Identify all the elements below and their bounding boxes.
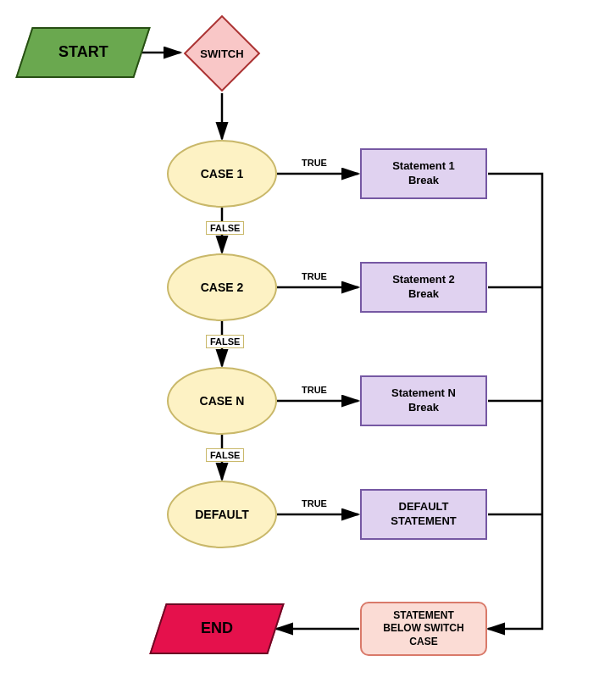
below-switch-label: STATEMENT BELOW SWITCH CASE [383,609,463,649]
statement-n-box: Statement N Break [360,375,487,426]
default-label: DEFAULT [195,507,249,522]
case-n-node: CASE N [167,367,277,435]
case-2-false-label: FALSE [206,335,244,348]
statement-n-label: Statement N Break [391,386,456,415]
case-1-label: CASE 1 [201,166,244,181]
switch-label: SWITCH [184,15,260,92]
statement-1-box: Statement 1 Break [360,148,487,199]
statement-2-box: Statement 2 Break [360,262,487,313]
case-2-true-label: TRUE [300,271,329,281]
case-1-node: CASE 1 [167,140,277,208]
case-n-false-label: FALSE [206,448,244,462]
case-n-true-label: TRUE [300,385,329,395]
case-1-true-label: TRUE [300,158,329,168]
case-n-label: CASE N [200,393,245,408]
case-1-false-label: FALSE [206,221,244,235]
below-switch-box: STATEMENT BELOW SWITCH CASE [360,602,487,656]
start-node: START [15,27,150,78]
start-label: START [58,42,108,62]
statement-1-label: Statement 1 Break [392,159,455,188]
switch-node: SWITCH [184,15,260,92]
end-node: END [149,603,284,654]
end-label: END [201,619,233,638]
case-2-node: CASE 2 [167,253,277,321]
case-2-label: CASE 2 [201,280,244,295]
statement-2-label: Statement 2 Break [392,273,455,302]
default-node: DEFAULT [167,481,277,548]
default-true-label: TRUE [300,498,329,508]
default-statement-box: DEFAULT STATEMENT [360,489,487,540]
flowchart-arrows [0,0,610,700]
default-statement-label: DEFAULT STATEMENT [391,500,457,529]
